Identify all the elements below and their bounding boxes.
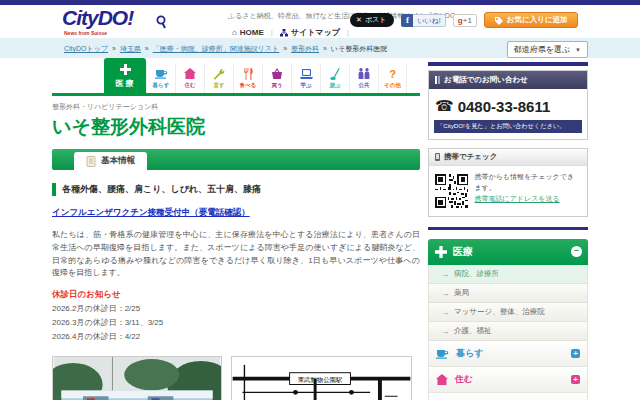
question-icon: ? <box>379 66 406 81</box>
home-link[interactable]: ⌂ HOME <box>232 28 264 37</box>
tab-living[interactable]: 暮らす <box>146 64 175 93</box>
sidebar-medical-label: 医療 <box>453 245 473 259</box>
sub-item-label: 病院、診療所 <box>454 269 499 279</box>
chevron-down-icon: ▼ <box>575 47 581 53</box>
tab-label: 食べる <box>234 82 262 89</box>
breadcrumb-separator: » <box>145 45 149 52</box>
header-nav: ⌂ HOME | サイトマップ | <box>232 27 349 38</box>
tab-basic-info[interactable]: 基本情報 <box>74 152 147 170</box>
phone-header-label: お電話でのお問い合わせ <box>444 75 528 85</box>
sitemap-link[interactable]: サイトマップ <box>280 27 340 38</box>
tab-live[interactable]: 住む <box>175 64 204 93</box>
golf-club-icon <box>321 66 349 81</box>
social-buttons: ✕ ポスト f いいね! g+1 お気に入りに追加 <box>350 12 578 28</box>
facebook-like-button[interactable]: f いいね! <box>401 14 445 27</box>
tab-label: その他 <box>379 82 406 89</box>
phone-icon: ☎ <box>435 97 454 115</box>
arrow-icon: → <box>441 327 449 336</box>
sidebar-item-living[interactable]: 暮らす + <box>428 341 588 367</box>
sidebar-item-nursing[interactable]: → 介護、福祉 <box>428 322 588 341</box>
phone-inquiry-box: お電話でのお問い合わせ ☎ 0480-33-8611 「CityDO!を見た」と… <box>428 70 588 140</box>
post-label: ポスト <box>365 15 387 25</box>
sidebar-item-repair[interactable]: 直す + <box>428 393 588 400</box>
citydo-logo[interactable]: CityDO! News from Suisse <box>62 6 182 36</box>
send-address-link[interactable]: 携帯電話にアドレスを送る <box>474 195 559 202</box>
x-post-button[interactable]: ✕ ポスト <box>350 13 394 27</box>
sub-item-label: 介護、福祉 <box>454 326 492 336</box>
closed-day-line: 2026.2月の休診日：2/25 <box>52 303 420 315</box>
mobile-check-box: 携帯でチェック 携帯からも情報をチェックできます。 携帯電話にアドレスを送る <box>428 148 588 217</box>
bars-icon <box>435 76 440 84</box>
arrow-icon: → <box>441 270 449 279</box>
clinic-description: 私たちは、筋・骨格系の健康管理を中心に、主に保存療法を中心とする治療法により、患… <box>52 229 420 280</box>
closed-day-line: 2026.4月の休診日：4/22 <box>52 331 420 343</box>
breadcrumb-link-orthopedics[interactable]: 整形外科 <box>291 45 319 52</box>
medical-cross-icon <box>435 246 447 258</box>
access-map: 東武動物公園駅 <box>231 356 412 400</box>
google-plus-one-button[interactable]: g+1 <box>453 14 477 27</box>
tab-eat[interactable]: 食べる <box>233 64 262 93</box>
breadcrumb-link-category[interactable]: 「医療・病院、診療所」関連施設リスト <box>153 45 280 52</box>
breadcrumb-current: いそ整形外科医院 <box>331 45 387 52</box>
tag-icon <box>494 16 503 25</box>
sidebar-item-hospitals[interactable]: → 病院、診療所 <box>428 265 588 284</box>
fork-knife-icon <box>234 66 262 81</box>
tab-label: 直す <box>205 82 233 89</box>
expand-plus-icon[interactable]: + <box>571 375 580 384</box>
notebook-icon <box>86 156 96 167</box>
prefecture-select-button[interactable]: 都道府県を選ぶ ▼ <box>507 41 588 58</box>
tab-label: 公共 <box>350 82 378 89</box>
category-label: 住む <box>455 373 473 386</box>
site-header: CityDO! News from Suisse ふるさと納税、特産品、旅行など… <box>0 5 640 38</box>
flu-vaccine-link[interactable]: インフルエンザワクチン接種受付中（要電話確認） <box>52 207 250 219</box>
tab-play[interactable]: 遊ぶ <box>320 64 349 93</box>
sidebar-item-live[interactable]: 住む + <box>428 367 588 393</box>
x-icon: ✕ <box>356 16 362 24</box>
phone-number-text: 0480-33-8611 <box>458 98 551 115</box>
mobile-text-block: 携帯からも情報をチェックできます。 携帯電話にアドレスを送る <box>474 172 581 210</box>
logo-tagline: News from Suisse <box>64 30 182 36</box>
clinic-photo <box>52 356 222 400</box>
page-title: いそ整形外科医院 <box>52 114 420 140</box>
teacup-icon <box>436 348 449 359</box>
sub-item-label: マッサージ、整体、治療院 <box>454 307 545 317</box>
tab-medical[interactable]: 医療 <box>104 58 146 93</box>
laptop-icon <box>292 66 320 81</box>
teacup-icon <box>147 66 175 81</box>
sidebar-item-medical[interactable]: 医療 − <box>428 239 588 265</box>
sidebar: お電話でのお問い合わせ ☎ 0480-33-8611 「CityDO!を見た」と… <box>428 62 588 400</box>
phone-note-badge: 「CityDO!を見た」とお問い合わせください。 <box>434 120 582 133</box>
breadcrumb-link-prefecture[interactable]: 埼玉県 <box>120 45 141 52</box>
house-icon <box>436 374 448 385</box>
arrow-icon: → <box>441 289 449 298</box>
sidebar-top-bar <box>428 62 588 66</box>
tab-learn[interactable]: 学ぶ <box>291 64 320 93</box>
sidebar-item-pharmacy[interactable]: → 薬局 <box>428 284 588 303</box>
collapse-toggle-icon[interactable]: − <box>571 246 582 257</box>
qr-code <box>435 172 468 210</box>
sub-item-label: 薬局 <box>454 288 469 298</box>
tab-label: 買う <box>263 82 291 89</box>
breadcrumb-link-top[interactable]: CityDOトップ <box>64 45 108 52</box>
plus-one-label: +1 <box>463 16 472 25</box>
magnifier-icon <box>156 15 168 29</box>
closed-day-line: 2026.3月の休診日：3/11、3/25 <box>52 317 420 329</box>
tab-label: 暮らす <box>147 82 175 89</box>
house-icon <box>176 66 204 81</box>
clinic-department: 整形外科・リハビリテーション科 <box>52 102 420 112</box>
tab-public[interactable]: 公共 <box>349 64 378 93</box>
tab-other[interactable]: ? その他 <box>378 64 407 93</box>
breadcrumb: CityDOトップ » 埼玉県 » 「医療・病院、診療所」関連施設リスト » 整… <box>62 44 387 54</box>
arrow-icon: → <box>441 308 449 317</box>
expand-plus-icon[interactable]: + <box>571 349 580 358</box>
tab-label: 住む <box>176 82 204 89</box>
add-favorite-button[interactable]: お気に入りに追加 <box>484 12 578 28</box>
tab-label: 学ぶ <box>292 82 320 89</box>
mobile-phone-icon <box>435 153 440 161</box>
sitemap-icon <box>280 29 288 37</box>
sidebar-item-massage[interactable]: → マッサージ、整体、治療院 <box>428 303 588 322</box>
basket-icon <box>263 66 291 81</box>
tab-repair[interactable]: 直す <box>204 64 233 93</box>
wrench-icon <box>205 66 233 81</box>
tab-buy[interactable]: 買う <box>262 64 291 93</box>
